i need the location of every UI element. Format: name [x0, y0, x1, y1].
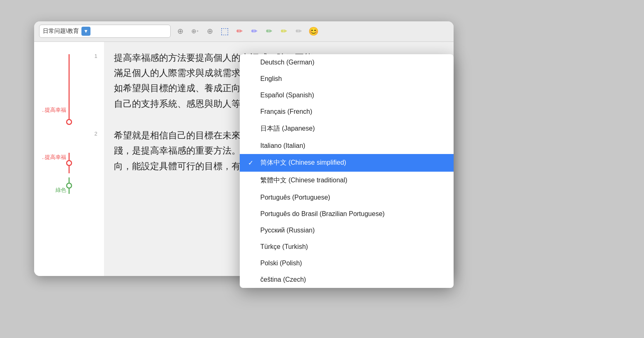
lang-french[interactable]: Français (French)	[240, 103, 454, 120]
emoji-icon[interactable]: 😊	[307, 25, 320, 37]
lang-chinese-simplified[interactable]: ✓ 简体中文 (Chinese simplified)	[240, 154, 454, 172]
dropdown-arrow-button[interactable]: ▼	[81, 27, 90, 36]
lang-turkish[interactable]: Türkçe (Turkish)	[240, 239, 454, 255]
lang-deutsch[interactable]: Deutsch (German)	[240, 54, 454, 71]
lang-spanish[interactable]: Español (Spanish)	[240, 87, 454, 103]
svg-point-4	[67, 161, 72, 166]
lang-chinese-traditional[interactable]: 繁體中文 (Chinese traditional)	[240, 172, 454, 189]
folder-path: 日常问题\教育	[43, 28, 79, 35]
crosshair-icon[interactable]: ⊕	[204, 25, 216, 37]
svg-text:..提高幸福: ..提高幸福	[42, 107, 66, 113]
cursor-icon[interactable]: ⊕	[174, 25, 186, 37]
lang-polish[interactable]: Polski (Polish)	[240, 255, 454, 271]
svg-point-1	[67, 120, 72, 124]
lang-portuguese-brazil[interactable]: Português do Brasil (Brazilian Portugues…	[240, 206, 454, 222]
line-number-1: 1	[88, 50, 104, 62]
language-dropdown: Deutsch (German) English Español (Spanis…	[240, 54, 454, 288]
lang-russian[interactable]: Русский (Russian)	[240, 222, 454, 239]
line-numbers: 1 2	[88, 42, 104, 276]
toolbar-icons: ⊕ ⊕+ ⊕ ⬚ ✏ ✏ ✏ ✏ ✏ 😊	[174, 25, 320, 37]
pencil-green-icon[interactable]: ✏	[263, 25, 275, 37]
lang-japanese[interactable]: 日本語 (Japanese)	[240, 120, 454, 138]
pencil-yellow-icon[interactable]: ✏	[278, 25, 290, 37]
line-number-2: 2	[88, 128, 104, 140]
pencil-blue-icon[interactable]: ✏	[248, 25, 260, 37]
scene: 日常问题\教育 ▼ ⊕ ⊕+ ⊕ ⬚ ✏ ✏ ✏ ✏ ✏ 😊	[34, 21, 610, 317]
annotation-sidebar: ..提高幸福 ..提高幸福 綠色	[34, 42, 88, 276]
lang-english[interactable]: English	[240, 71, 454, 87]
svg-text:綠色: 綠色	[55, 187, 66, 193]
lang-italian[interactable]: Italiano (Italian)	[240, 138, 454, 154]
svg-text:..提高幸福: ..提高幸福	[42, 154, 66, 160]
add-cursor-icon[interactable]: ⊕+	[189, 25, 201, 37]
folder-selector[interactable]: 日常问题\教育 ▼	[39, 25, 171, 38]
selection-dashed-icon[interactable]: ⬚	[218, 25, 231, 37]
lang-czech[interactable]: čeština (Czech)	[240, 271, 454, 288]
pencil-red-icon[interactable]: ✏	[233, 25, 246, 37]
lang-portuguese[interactable]: Português (Portuguese)	[240, 189, 454, 206]
pencil-light-icon[interactable]: ✏	[292, 25, 305, 37]
svg-point-7	[67, 183, 72, 188]
toolbar: 日常问题\教育 ▼ ⊕ ⊕+ ⊕ ⬚ ✏ ✏ ✏ ✏ ✏ 😊	[34, 21, 454, 42]
